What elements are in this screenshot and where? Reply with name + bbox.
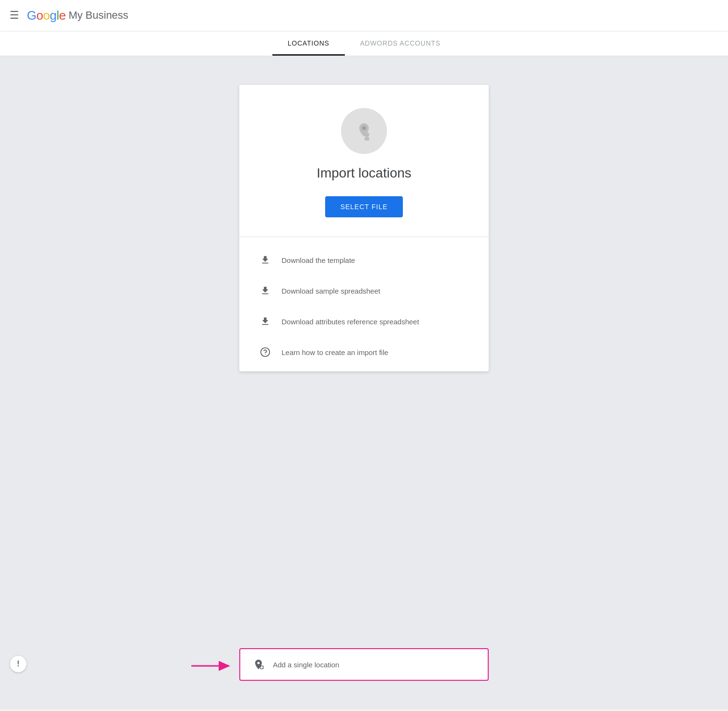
download-attributes-text: Download attributes reference spreadshee… (282, 317, 419, 327)
svg-point-1 (362, 126, 366, 130)
import-title: Import locations (317, 166, 411, 181)
download-attributes-item[interactable]: Download attributes reference spreadshee… (239, 306, 489, 337)
arrow-svg (191, 657, 235, 675)
download-sample-text: Download sample spreadsheet (282, 286, 380, 296)
svg-rect-3 (364, 137, 369, 141)
svg-point-5 (265, 354, 266, 355)
tabs-bar: LOCATIONS ADWORDS ACCOUNTS (0, 31, 728, 56)
download-template-item[interactable]: Download the template (239, 245, 489, 275)
location-add-icon (252, 658, 265, 671)
import-card: Import locations SELECT FILE Download th… (239, 85, 489, 371)
download-template-text: Download the template (282, 255, 355, 265)
add-location-text: Add a single location (273, 661, 339, 669)
add-single-location-bar[interactable]: Add a single location (239, 648, 489, 681)
avatar (341, 108, 387, 154)
learn-import-item[interactable]: Learn how to create an import file (239, 337, 489, 367)
google-logo: Google (27, 8, 66, 23)
help-icon (258, 345, 272, 359)
tab-adwords[interactable]: ADWORDS ACCOUNTS (345, 31, 456, 56)
card-divider (239, 237, 489, 237)
arrow-indicator (191, 657, 235, 675)
svg-rect-10 (260, 667, 263, 668)
feedback-icon: ! (17, 660, 19, 668)
select-file-button[interactable]: SELECT FILE (325, 196, 403, 217)
download-sample-icon (258, 284, 272, 297)
feedback-button[interactable]: ! (10, 655, 27, 673)
download-sample-item[interactable]: Download sample spreadsheet (239, 275, 489, 306)
location-avatar-icon (351, 118, 377, 144)
tab-locations[interactable]: LOCATIONS (272, 31, 345, 56)
learn-import-text: Learn how to create an import file (282, 347, 388, 357)
app-header: ☰ Google My Business (0, 0, 728, 31)
svg-point-2 (364, 132, 369, 137)
action-list: Download the template Download sample sp… (239, 241, 489, 371)
main-content: Import locations SELECT FILE Download th… (0, 56, 728, 710)
download-template-icon (258, 253, 272, 267)
menu-icon[interactable]: ☰ (10, 9, 19, 22)
app-name: My Business (69, 9, 129, 22)
download-attributes-icon (258, 315, 272, 328)
